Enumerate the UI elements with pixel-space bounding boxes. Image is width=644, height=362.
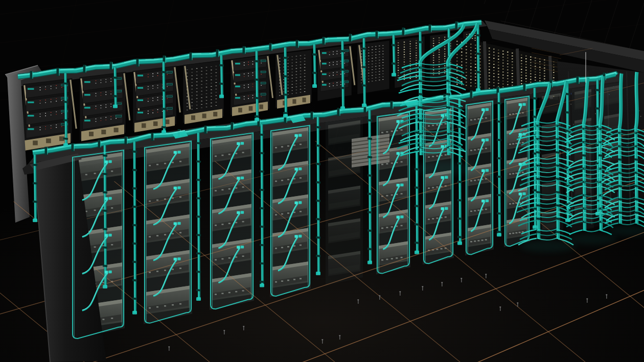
teal-connector	[177, 186, 181, 189]
port-led	[466, 69, 467, 70]
status-led	[244, 76, 245, 77]
status-led	[148, 113, 149, 114]
port-led	[404, 59, 405, 60]
port-led	[535, 80, 536, 81]
teal-connector	[294, 201, 298, 204]
teal-connector	[283, 114, 288, 117]
port-led	[493, 79, 495, 80]
port-led	[493, 55, 495, 56]
teal-connector	[132, 311, 137, 315]
port-led	[489, 47, 490, 49]
module-teal-tag	[235, 63, 240, 64]
patch-led	[291, 84, 293, 85]
drop-clamp	[196, 198, 201, 199]
patch-led	[291, 90, 293, 91]
server-port	[477, 179, 479, 181]
status-led	[337, 64, 338, 64]
status-led	[167, 110, 168, 111]
patch-led	[201, 81, 202, 81]
patch-led	[300, 92, 302, 92]
status-led	[157, 76, 158, 76]
patch-led	[368, 61, 370, 62]
back-rack-face	[317, 45, 355, 101]
status-led	[329, 86, 330, 86]
port-led	[410, 61, 411, 62]
port-led	[498, 71, 499, 72]
patch-led	[304, 85, 306, 86]
patch-led	[191, 99, 193, 100]
status-led	[116, 118, 117, 118]
status-led	[148, 99, 149, 99]
port-led	[507, 69, 509, 70]
port-led	[410, 51, 411, 52]
server-port	[275, 181, 277, 182]
port-led	[433, 67, 434, 68]
patch-led	[206, 74, 208, 74]
teal-connector	[177, 151, 181, 154]
status-led	[105, 94, 106, 95]
floor-pin	[461, 279, 462, 282]
drop-clamp	[497, 195, 501, 196]
port-led	[470, 79, 472, 80]
server-port	[386, 163, 388, 164]
status-led	[51, 99, 52, 100]
status-led	[340, 63, 341, 64]
port-led	[416, 62, 417, 63]
teal-connector	[298, 134, 302, 137]
teal-connector	[397, 152, 400, 155]
status-led	[152, 112, 153, 113]
patch-led	[300, 70, 302, 71]
teal-connector	[108, 234, 112, 237]
port-led	[433, 45, 434, 46]
server-port	[215, 294, 217, 295]
patch-led	[187, 96, 188, 97]
scene-canvas	[0, 0, 644, 362]
drop-clamp	[392, 45, 396, 45]
status-led	[248, 76, 249, 76]
patch-led	[201, 78, 202, 78]
port-led	[553, 80, 555, 81]
server-port	[509, 114, 511, 115]
port-led	[416, 53, 417, 54]
vent-slot	[202, 114, 206, 118]
port-led	[493, 52, 495, 53]
port-led	[456, 44, 458, 45]
patch-led	[287, 88, 289, 88]
server-box	[507, 217, 527, 239]
port-led	[470, 76, 472, 77]
port-led	[553, 67, 555, 68]
status-led	[244, 85, 245, 85]
port-led	[525, 73, 527, 74]
teal-connector	[177, 257, 181, 260]
drop-clamp	[196, 143, 201, 143]
patch-led	[382, 68, 384, 68]
patch-led	[296, 78, 297, 78]
status-led	[252, 98, 254, 98]
patch-led	[191, 89, 193, 89]
module-display	[167, 95, 172, 98]
drop-clamp	[316, 146, 320, 146]
server-port	[436, 186, 438, 188]
port-led	[466, 75, 467, 76]
port-led	[470, 60, 472, 61]
status-led	[167, 86, 168, 87]
port-led	[530, 70, 532, 71]
port-led	[410, 43, 411, 44]
vent-slot	[89, 132, 94, 136]
patch-led	[187, 100, 188, 100]
vent-slot	[238, 108, 242, 112]
server-port	[474, 149, 476, 151]
patch-led	[296, 75, 297, 75]
spine-clamp	[618, 186, 622, 186]
drop-clamp	[260, 134, 264, 135]
status-led	[244, 62, 245, 63]
port-led	[416, 77, 417, 78]
status-led	[157, 109, 158, 110]
port-led	[530, 59, 532, 60]
patch-led	[287, 82, 289, 82]
server-port	[228, 223, 231, 224]
patch-led	[368, 67, 370, 67]
patch-led	[191, 82, 193, 83]
server-port	[228, 257, 231, 259]
server-port	[470, 150, 472, 151]
